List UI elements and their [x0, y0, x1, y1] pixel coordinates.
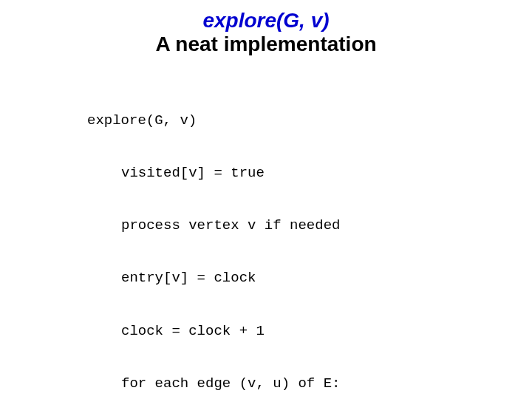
slide-title: explore(G, v) A neat implementation [0, 9, 532, 56]
title-line-2: A neat implementation [0, 33, 532, 56]
slide: explore(G, v) A neat implementation expl… [0, 0, 532, 399]
code-line: for each edge (v, u) of E: [87, 375, 400, 393]
pseudocode-block: explore(G, v) visited[v] = true process … [87, 77, 400, 399]
code-line: entry[v] = clock [87, 270, 400, 287]
code-line: clock = clock + 1 [87, 323, 400, 341]
code-line: visited[v] = true [87, 165, 400, 183]
title-line-1: explore(G, v) [0, 9, 532, 33]
code-line: process vertex v if needed [87, 217, 400, 235]
code-line: explore(G, v) [87, 112, 400, 130]
